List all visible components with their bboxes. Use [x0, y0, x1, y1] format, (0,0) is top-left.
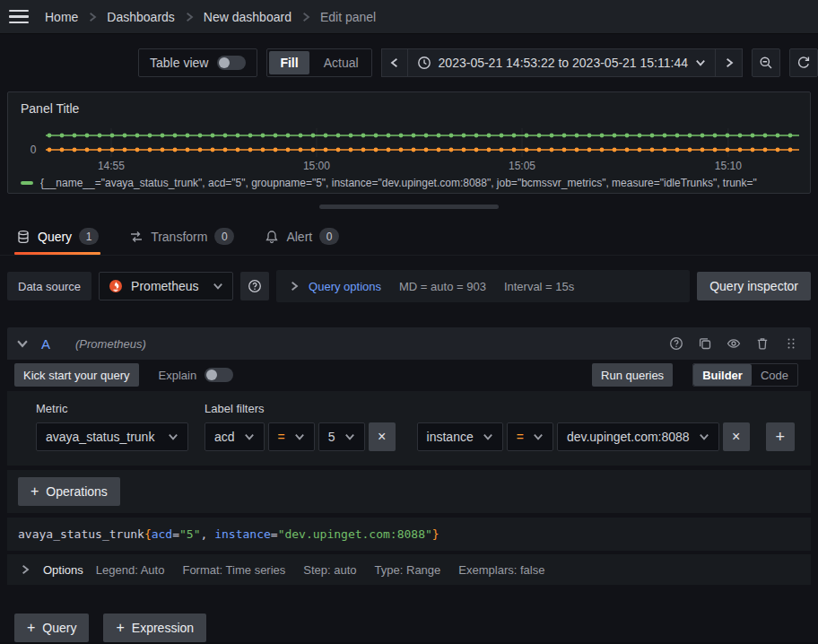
svg-text:15:00: 15:00: [303, 160, 330, 172]
refresh-button[interactable]: [789, 48, 818, 77]
zoom-out-time-button[interactable]: [752, 48, 780, 77]
chevron-left-icon: [389, 57, 400, 68]
remove-filter-button[interactable]: ×: [723, 422, 750, 451]
query-editor-section: A (Prometheus) Kick star: [7, 327, 811, 585]
tab-alert[interactable]: Alert 0: [263, 221, 341, 255]
chevron-down-icon: [168, 431, 178, 442]
database-icon: [16, 230, 30, 244]
tab-transform[interactable]: Transform 0: [127, 221, 236, 255]
filter-chip: acd = 5 ×: [204, 422, 396, 451]
timeseries-chart[interactable]: 14:5515:0015:0515:100: [17, 123, 805, 175]
drag-handle-icon[interactable]: [784, 336, 798, 351]
trash-icon[interactable]: [755, 336, 770, 351]
menu-icon[interactable]: [9, 10, 29, 24]
explain-control: Explain: [159, 368, 234, 382]
breadcrumb-item-new-dashboard[interactable]: New dashboard: [204, 10, 292, 24]
add-expression-label: Expression: [132, 621, 194, 635]
metric-select[interactable]: avaya_status_trunk: [36, 422, 188, 451]
table-view-label: Table view: [150, 56, 208, 70]
panel-editor-toolbar: Table view Fill Actual 2023-05-21 14:53:…: [0, 48, 818, 77]
fill-button[interactable]: Fill: [269, 51, 309, 74]
prometheus-icon: [109, 279, 123, 293]
filter-operator-select[interactable]: =: [507, 422, 553, 451]
remove-filter-button[interactable]: ×: [369, 422, 396, 451]
add-filter-button[interactable]: +: [766, 422, 795, 451]
breadcrumb-item-edit-panel: Edit panel: [320, 10, 376, 24]
chevron-right-icon: [289, 281, 300, 292]
breadcrumb-item-dashboards[interactable]: Dashboards: [107, 10, 175, 24]
plus-icon: +: [116, 620, 124, 636]
add-query-button[interactable]: + Query: [14, 614, 89, 642]
filter-value: dev.upinget.com:8088: [567, 430, 690, 444]
legend-item[interactable]: {__name__="avaya_status_trunk", acd="5",…: [21, 177, 801, 189]
tab-label: Alert: [286, 230, 312, 244]
chevron-right-icon: [184, 12, 195, 22]
option-exemplars: Exemplars: false: [458, 563, 544, 577]
add-query-label: Query: [42, 621, 76, 635]
query-row-actions: [669, 336, 798, 351]
filter-label-value: acd: [214, 430, 235, 444]
table-view-toggle[interactable]: [217, 56, 246, 70]
panel-resize-handle[interactable]: [319, 205, 499, 209]
bell-icon: [265, 230, 279, 244]
filter-operator-select[interactable]: =: [268, 422, 315, 451]
datasource-picker[interactable]: Prometheus: [99, 272, 233, 300]
filter-label-select[interactable]: instance: [417, 422, 503, 451]
eye-icon[interactable]: [727, 336, 741, 351]
duplicate-icon[interactable]: [698, 336, 712, 351]
query-datasource-hint: (Prometheus): [75, 337, 146, 351]
chevron-right-icon: [20, 564, 30, 575]
filter-operator-value: =: [278, 430, 285, 444]
label-filters-label: Label filters: [204, 402, 795, 415]
editor-tabs: Query 1 Transform 0 Alert 0: [0, 221, 818, 256]
chevron-right-icon: [87, 12, 98, 22]
help-icon[interactable]: [669, 336, 683, 351]
filter-value-select[interactable]: 5: [318, 422, 365, 451]
chevron-down-icon: [483, 431, 493, 442]
svg-text:15:10: 15:10: [715, 160, 742, 172]
time-shift-back-button[interactable]: [381, 48, 408, 77]
legend-label: {__name__="avaya_status_trunk", acd="5",…: [40, 177, 757, 189]
add-expression-button[interactable]: + Expression: [103, 614, 206, 642]
svg-text:0: 0: [30, 144, 37, 156]
table-view-control: Table view: [138, 48, 257, 77]
filter-operator-value: =: [517, 430, 524, 444]
metric-value: avaya_status_trunk: [46, 430, 154, 444]
options-row[interactable]: Options Legend: Auto Format: Time series…: [7, 554, 811, 585]
metric-label: Metric: [36, 402, 188, 415]
svg-text:15:05: 15:05: [509, 160, 535, 172]
query-inspector-button[interactable]: Query inspector: [697, 272, 811, 300]
breadcrumb-item-home[interactable]: Home: [45, 10, 78, 24]
zoom-out-icon: [759, 56, 773, 70]
collapse-chevron-icon[interactable]: [16, 337, 29, 350]
tab-label: Transform: [151, 230, 207, 244]
query-options-toggle[interactable]: Query options MD = auto = 903 Interval =…: [276, 270, 690, 302]
time-range-text: 2023-05-21 14:53:22 to 2023-05-21 15:11:…: [439, 56, 688, 70]
datasource-help-button[interactable]: [240, 272, 269, 300]
transform-icon: [129, 230, 144, 244]
time-range-picker-button[interactable]: 2023-05-21 14:53:22 to 2023-05-21 15:11:…: [408, 48, 716, 77]
actual-button[interactable]: Actual: [311, 49, 371, 76]
builder-mode-button[interactable]: Builder: [693, 364, 752, 386]
refresh-icon: [796, 56, 811, 70]
run-queries-button[interactable]: Run queries: [592, 363, 673, 387]
help-icon: [248, 279, 262, 293]
time-picker: 2023-05-21 14:53:22 to 2023-05-21 15:11:…: [381, 48, 743, 77]
query-row-header[interactable]: A (Prometheus): [7, 327, 811, 360]
breadcrumb: Home Dashboards New dashboard Edit panel: [45, 10, 376, 24]
code-mode-button[interactable]: Code: [752, 364, 797, 386]
datasource-label: Data source: [7, 272, 91, 300]
operations-label: Operations: [46, 484, 107, 499]
kick-start-query-button[interactable]: Kick start your query: [14, 363, 139, 387]
tab-query[interactable]: Query 1: [14, 221, 100, 255]
filter-value-select[interactable]: dev.upinget.com:8088: [557, 422, 719, 451]
query-ref-id: A: [41, 336, 50, 352]
time-shift-forward-button[interactable]: [716, 48, 743, 77]
query-preview-code: avaya_status_trunk{acd="5", instance="de…: [7, 518, 811, 551]
add-operations-button[interactable]: + Operations: [18, 477, 120, 506]
interval-value: Interval = 15s: [504, 280, 574, 293]
filter-label-select[interactable]: acd: [204, 422, 265, 451]
footer-actions: + Query + Expression: [14, 614, 804, 642]
chevron-down-icon: [213, 281, 223, 292]
explain-toggle[interactable]: [204, 368, 233, 382]
